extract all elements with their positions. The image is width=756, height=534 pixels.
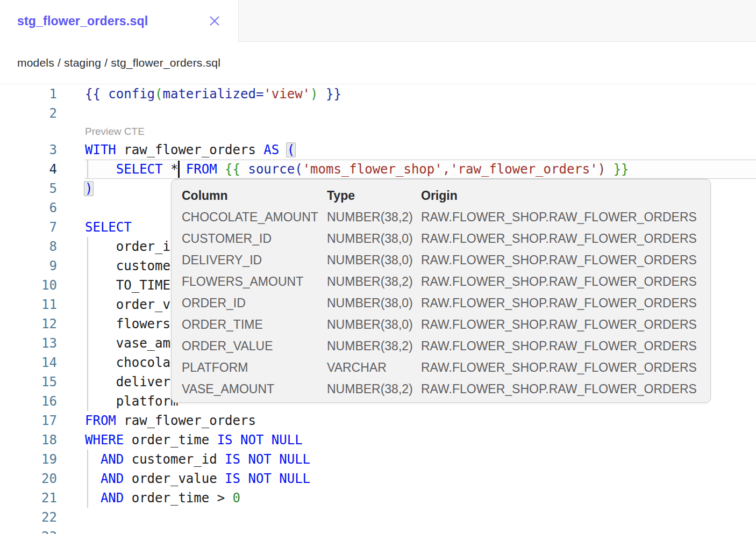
popup-cell-type: NUMBER(38,0) — [327, 317, 421, 332]
popup-header-row: Column Type Origin — [182, 185, 710, 206]
code-line-3[interactable]: WITH raw_flower_orders AS ( — [85, 140, 295, 160]
code-token: chocola — [85, 355, 170, 370]
code-editor[interactable]: Preview CTE 1{{ config(materialized='vie… — [0, 84, 756, 534]
code-line-4[interactable]: SELECT * FROM {{ source('moms_flower_sho… — [85, 160, 629, 179]
code-line-18[interactable]: WHERE order_time IS NOT NULL — [85, 430, 303, 450]
popup-rows: CHOCOLATE_AMOUNTNUMBER(38,2)RAW.FLOWER_S… — [182, 206, 710, 400]
popup-cell-type: VARCHAR — [327, 360, 421, 375]
code-line-21[interactable]: AND order_time > 0 — [85, 488, 240, 508]
popup-cell-type: NUMBER(38,2) — [327, 275, 421, 289]
code-token: }} — [614, 162, 629, 177]
line-number-3: 3 — [0, 140, 57, 160]
code-token: customer_id — [124, 452, 225, 467]
code-line-1[interactable]: {{ config(materialized='view') }} — [85, 84, 341, 104]
popup-cell-column: PLATFORM — [182, 360, 327, 375]
code-token — [85, 471, 101, 486]
close-icon — [208, 14, 222, 28]
popup-header-column: Column — [182, 189, 327, 203]
code-token: custome — [85, 258, 170, 273]
code-line-8[interactable]: order_i — [85, 237, 170, 256]
code-token: order_time — [124, 432, 217, 448]
text-cursor — [178, 161, 180, 178]
code-token — [240, 162, 248, 177]
code-token — [85, 162, 116, 177]
line-number-8: 8 — [0, 237, 57, 256]
code-line-10[interactable]: TO_TIME — [85, 276, 170, 295]
popup-row-flowers_amount: FLOWERS_AMOUNTNUMBER(38,2)RAW.FLOWER_SHO… — [182, 271, 710, 292]
preview-cte-code-lens[interactable]: Preview CTE — [85, 123, 145, 140]
code-token: FROM — [85, 413, 116, 428]
popup-cell-column: ORDER_ID — [182, 296, 327, 311]
code-token: WHERE — [85, 432, 124, 448]
popup-cell-type: NUMBER(38,2) — [327, 339, 421, 353]
code-token: ) — [598, 162, 605, 177]
code-token — [85, 452, 101, 467]
tab-stg-flower-orders[interactable]: stg_flower_orders.sql — [0, 0, 238, 42]
code-token — [605, 162, 613, 177]
breadcrumb-bar: models / staging / stg_flower_orders.sql — [0, 42, 756, 84]
line-number-2: 2 — [0, 104, 57, 123]
code-token: AND — [101, 452, 124, 467]
code-line-11[interactable]: order_v — [85, 295, 170, 314]
popup-cell-type: NUMBER(38,2) — [327, 382, 421, 396]
popup-cell-column: CUSTOMER_ID — [182, 232, 327, 246]
code-token: AND — [101, 490, 124, 506]
code-token: order_time — [124, 490, 217, 506]
popup-row-customer_id: CUSTOMER_IDNUMBER(38,0)RAW.FLOWER_SHOP.R… — [182, 228, 710, 249]
popup-cell-type: NUMBER(38,0) — [327, 232, 421, 246]
tab-bar-empty-area — [238, 0, 756, 42]
line-number-12: 12 — [0, 314, 57, 334]
code-line-13[interactable]: vase_am — [85, 334, 170, 353]
code-line-12[interactable]: flowers — [85, 314, 170, 334]
code-token: AND — [101, 471, 124, 486]
line-number-1: 1 — [0, 84, 57, 104]
popup-cell-column: FLOWERS_AMOUNT — [182, 275, 327, 289]
line-number-11: 11 — [0, 295, 57, 314]
popup-cell-column: ORDER_TIME — [182, 317, 327, 332]
line-number-10: 10 — [0, 276, 57, 295]
tab-title: stg_flower_orders.sql — [17, 14, 148, 28]
popup-cell-column: DELIVERY_ID — [182, 253, 327, 268]
popup-cell-type: NUMBER(38,0) — [327, 296, 421, 311]
code-token: SELECT — [85, 220, 132, 235]
code-token: vase_am — [85, 336, 170, 351]
code-token: config — [108, 86, 155, 102]
line-number-22: 22 — [0, 508, 57, 527]
code-token — [163, 162, 170, 177]
code-token: deliver — [85, 374, 170, 389]
popup-row-platform: PLATFORMVARCHARRAW.FLOWER_SHOP.RAW_FLOWE… — [182, 357, 710, 378]
code-line-16[interactable]: platform — [85, 392, 178, 411]
code-token — [225, 490, 232, 506]
code-token: > — [217, 490, 225, 506]
tab-close-button[interactable] — [206, 13, 223, 29]
code-line-20[interactable]: AND order_value IS NOT NULL — [85, 469, 310, 488]
code-token — [85, 490, 101, 506]
code-line-19[interactable]: AND customer_id IS NOT NULL — [85, 450, 310, 469]
code-line-5[interactable]: ) — [85, 179, 92, 198]
code-token: 'raw_flower_orders' — [450, 162, 598, 177]
code-line-9[interactable]: custome — [85, 256, 170, 276]
popup-row-order_id: ORDER_IDNUMBER(38,0)RAW.FLOWER_SHOP.RAW_… — [182, 292, 710, 314]
matched-bracket: ( — [286, 142, 296, 157]
code-line-15[interactable]: deliver — [85, 372, 170, 392]
ide-window: stg_flower_orders.sql models / staging /… — [0, 0, 756, 534]
popup-cell-origin: RAW.FLOWER_SHOP.RAW_FLOWER_ORDERS — [421, 382, 710, 396]
popup-row-order_value: ORDER_VALUENUMBER(38,2)RAW.FLOWER_SHOP.R… — [182, 335, 710, 357]
code-token: source — [248, 162, 295, 177]
code-token: IS NOT NULL — [225, 452, 310, 467]
code-token: ) — [310, 86, 318, 102]
code-line-7[interactable]: SELECT — [85, 218, 132, 237]
line-number-23: 23 — [0, 527, 57, 534]
code-token: 'view' — [263, 86, 310, 102]
code-line-14[interactable]: chocola — [85, 353, 170, 372]
code-line-17[interactable]: FROM raw_flower_orders — [85, 411, 256, 430]
code-token: 0 — [233, 490, 240, 506]
line-number-14: 14 — [0, 353, 57, 372]
code-token: AS — [263, 142, 279, 157]
popup-row-order_time: ORDER_TIMENUMBER(38,0)RAW.FLOWER_SHOP.RA… — [182, 314, 710, 335]
code-token: {{ — [85, 86, 108, 102]
popup-cell-type: NUMBER(38,2) — [327, 210, 421, 225]
popup-cell-origin: RAW.FLOWER_SHOP.RAW_FLOWER_ORDERS — [421, 232, 710, 246]
tab-bar: stg_flower_orders.sql — [0, 0, 756, 42]
matched-bracket: ) — [84, 181, 94, 196]
